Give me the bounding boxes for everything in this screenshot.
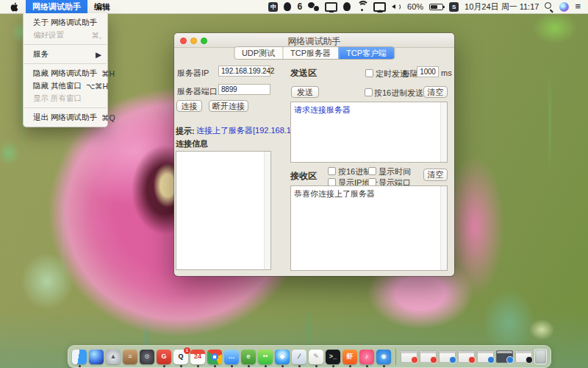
display-status-icon[interactable] — [325, 2, 337, 12]
minimized-window-1[interactable] — [401, 350, 417, 363]
system-preferences-icon[interactable]: ⊙ — [140, 350, 154, 364]
clear-send-button[interactable]: 清空 — [423, 86, 448, 98]
running-indicator-dot — [180, 365, 182, 367]
red-g-app-icon-glyph: G — [157, 350, 171, 364]
xcode-icon-glyph: ∕ — [292, 350, 306, 364]
thunder-status-icon[interactable]: 6 — [297, 0, 302, 13]
menu-item-3[interactable]: 服务▶ — [24, 48, 107, 60]
receive-textarea[interactable]: 恭喜你连接上了服务器 — [290, 185, 448, 271]
volume-icon[interactable] — [392, 3, 401, 10]
send-textarea[interactable]: 请求连接服务器 — [290, 102, 448, 163]
input-method-icon[interactable]: 中 — [268, 2, 278, 12]
menu-item-9[interactable]: 退出 网络调试助手⌘Q — [24, 111, 107, 124]
minimized-window-5[interactable] — [477, 350, 494, 363]
server-ip-input[interactable]: 192.168.199.242 — [218, 66, 270, 77]
hex-send-checkbox[interactable] — [365, 88, 373, 96]
launchpad-icon[interactable]: ▲ — [106, 350, 121, 364]
calendar-icon[interactable]: 24 — [190, 350, 205, 364]
receive-hex-checkbox[interactable] — [328, 167, 336, 175]
server-port-input[interactable]: 8899 — [218, 84, 270, 95]
evernote-icon[interactable]: e — [241, 350, 256, 364]
menu-bar: 网络调试助手 编辑 中 6 60% S 10月24日 周一 11:17 ≡ — [0, 0, 588, 14]
xiami-music-icon[interactable]: 虾 — [343, 350, 357, 364]
timed-send-checkbox[interactable] — [365, 69, 373, 77]
window-titlebar[interactable]: 网络调试助手 — [174, 33, 454, 48]
menu-separator — [24, 107, 107, 108]
calendar-icon-glyph: 24 — [190, 350, 205, 364]
qq-icon[interactable]: Q1 — [173, 350, 188, 364]
clear-receive-button[interactable]: 清空 — [423, 169, 448, 181]
tab-tcp-server[interactable]: TCP服务器 — [282, 47, 338, 59]
evernote-status-icon[interactable] — [343, 2, 351, 11]
textedit-icon[interactable]: ✎ — [309, 350, 323, 364]
minimized-window-4[interactable] — [458, 350, 475, 363]
send-content: 请求连接服务器 — [294, 105, 440, 115]
dock-separator — [395, 349, 396, 365]
thumb-app-badge — [449, 356, 456, 364]
terminal-icon[interactable]: >_ — [326, 350, 340, 364]
evernote-icon-glyph: e — [241, 350, 256, 364]
scrollbar-track[interactable] — [264, 152, 270, 269]
connection-info-textarea[interactable] — [176, 151, 271, 270]
spotlight-search-icon[interactable] — [545, 2, 553, 11]
minimized-window-6[interactable] — [496, 350, 513, 363]
connect-button[interactable]: 连接 — [176, 100, 202, 112]
siri-menubar-icon[interactable] — [559, 2, 569, 12]
show-time-checkbox[interactable] — [368, 167, 376, 175]
itunes-icon-glyph: ♪ — [359, 350, 374, 364]
notification-center-icon[interactable]: ≡ — [575, 0, 581, 13]
textedit-icon-glyph: ✎ — [309, 350, 323, 364]
shadowsocks-icon[interactable]: S — [449, 2, 459, 12]
menu-edit[interactable]: 编辑 — [87, 0, 117, 13]
menu-item-5[interactable]: 隐藏 网络调试助手⌘H — [24, 67, 107, 79]
minimized-window-2[interactable] — [420, 350, 437, 363]
disconnect-button[interactable]: 断开连接 — [209, 100, 248, 112]
siri-icon[interactable] — [89, 350, 104, 364]
blue-orb-app-icon[interactable]: ◉ — [376, 350, 391, 364]
minimized-window-3[interactable] — [439, 350, 456, 363]
xcode-icon[interactable]: ∕ — [292, 350, 306, 364]
menu-item-shortcut: ⌘, — [92, 31, 101, 40]
running-indicator-dot — [298, 365, 301, 367]
menu-item-label: 隐藏 网络调试助手 — [33, 68, 97, 79]
send-button[interactable]: 发送 — [291, 86, 319, 98]
battery-icon[interactable] — [429, 4, 443, 10]
menu-item-0[interactable]: 关于 网络调试助手 — [24, 16, 107, 29]
menu-app-name[interactable]: 网络调试助手 — [26, 0, 87, 13]
minimized-window-7[interactable] — [515, 350, 532, 363]
battery-percent: 60% — [407, 2, 423, 11]
qq-status-icon[interactable] — [284, 2, 291, 11]
contacts-icon[interactable]: ≡ — [123, 350, 137, 364]
finder-icon[interactable] — [72, 350, 87, 364]
tab-udp-test[interactable]: UDP测试 — [234, 47, 282, 59]
menu-item-6[interactable]: 隐藏 其他窗口⌥⌘H — [24, 79, 107, 92]
wechat-status-icon[interactable] — [308, 2, 319, 11]
notification-badge: 1 — [184, 347, 190, 354]
chrome-icon[interactable] — [207, 350, 222, 364]
blue-orb-app-icon-glyph: ◉ — [376, 350, 391, 364]
wifi-icon[interactable] — [356, 2, 368, 11]
menu-item-shortcut: ⌥⌘H — [86, 82, 108, 91]
apple-menu-icon[interactable] — [10, 2, 18, 12]
scrollbar-track[interactable] — [440, 102, 447, 162]
contacts-icon-glyph: ≡ — [123, 350, 137, 364]
red-g-app-icon[interactable]: G — [157, 350, 171, 364]
menu-item-label: 显示 所有窗口 — [33, 93, 82, 104]
scrollbar-track[interactable] — [440, 186, 447, 270]
receive-area-title: 接收区 — [290, 170, 317, 183]
tab-tcp-client[interactable]: TCP客户端 — [338, 47, 394, 59]
airplay-icon[interactable] — [373, 2, 386, 12]
menubar-status-cluster: 中 6 60% S 10月24日 周一 11:17 ≡ — [268, 0, 588, 13]
itunes-icon[interactable]: ♪ — [359, 350, 374, 364]
menubar-clock[interactable]: 10月24日 周一 11:17 — [465, 1, 539, 13]
messages-icon[interactable]: … — [224, 350, 239, 364]
interval-label: 每隔 — [402, 68, 418, 79]
running-indicator-dot — [383, 365, 385, 367]
safari-icon[interactable]: ◆ — [275, 350, 290, 364]
protocol-tabs: UDP测试 TCP服务器 TCP客户端 — [234, 46, 395, 60]
thumb-app-badge — [526, 356, 533, 364]
wechat-icon[interactable]: •• — [258, 350, 273, 364]
interval-input[interactable]: 1000 — [417, 66, 439, 77]
running-indicator-dot — [197, 365, 199, 367]
trash-icon[interactable] — [534, 349, 547, 364]
